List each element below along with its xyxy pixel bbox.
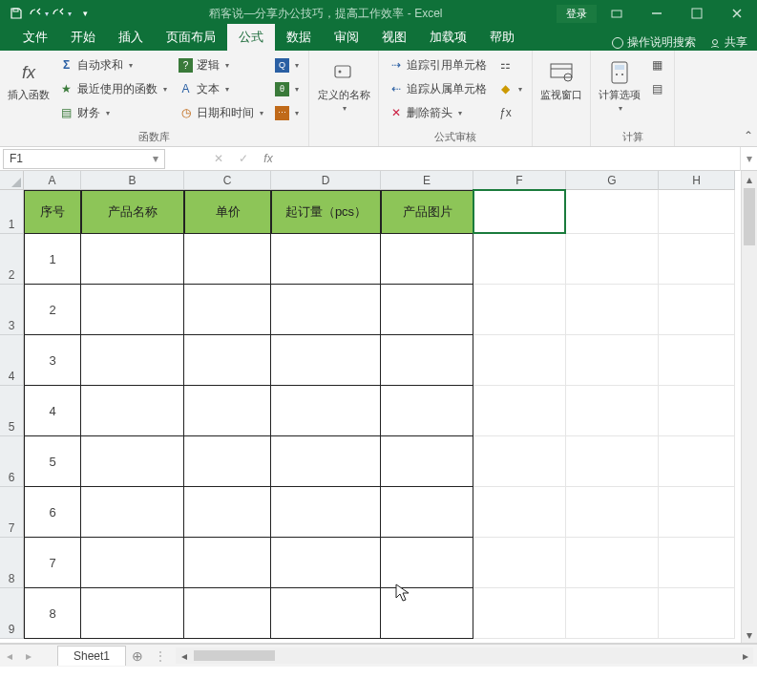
tell-me[interactable]: 操作说明搜索 — [612, 34, 696, 51]
sheet-nav-first-icon[interactable]: ◂ — [0, 645, 19, 668]
horizontal-scrollbar[interactable]: ◂ ▸ — [176, 647, 753, 664]
table-cell[interactable]: 7 — [24, 538, 81, 588]
login-button[interactable]: 登录 — [557, 5, 597, 23]
recent-functions-button[interactable]: ★最近使用的函数▾ — [55, 78, 171, 99]
row-header-8[interactable]: 8 — [0, 538, 24, 588]
row-header-1[interactable]: 1 — [0, 190, 24, 234]
fx-button-icon[interactable]: fx — [256, 149, 281, 169]
insert-function-button[interactable]: fx 插入函数 — [6, 54, 52, 101]
worksheet[interactable]: ABCDEFGH1序号产品名称单价起订量（pcs）产品图片21324354657… — [0, 171, 757, 644]
table-cell[interactable]: 1 — [24, 234, 81, 285]
show-formulas-button[interactable]: ⚏ — [494, 54, 526, 75]
table-cell[interactable] — [381, 538, 473, 588]
cell[interactable] — [566, 190, 659, 234]
remove-arrows-button[interactable]: ✕删除箭头▾ — [385, 102, 491, 123]
table-header-cell[interactable]: 起订量（pcs） — [271, 190, 381, 234]
tab-help[interactable]: 帮助 — [478, 24, 526, 51]
table-cell[interactable] — [271, 285, 381, 335]
share-button[interactable]: 共享 — [709, 34, 747, 51]
vertical-scrollbar[interactable]: ▴ ▾ — [741, 171, 757, 643]
trace-precedents-button[interactable]: ⇢追踪引用单元格 — [385, 54, 491, 75]
col-header-F[interactable]: F — [473, 171, 566, 190]
expand-formula-icon[interactable]: ▾ — [740, 147, 757, 171]
cell[interactable] — [659, 487, 735, 538]
table-cell[interactable] — [271, 588, 381, 639]
cell[interactable] — [659, 234, 735, 285]
table-header-cell[interactable]: 产品图片 — [381, 190, 473, 234]
col-header-E[interactable]: E — [381, 171, 473, 190]
table-cell[interactable]: 6 — [24, 487, 81, 538]
row-header-3[interactable]: 3 — [0, 285, 24, 335]
table-cell[interactable]: 8 — [24, 588, 81, 639]
financial-button[interactable]: ▤财务▾ — [55, 102, 171, 123]
table-cell[interactable] — [271, 335, 381, 386]
tab-layout[interactable]: 页面布局 — [155, 24, 227, 51]
cell[interactable] — [566, 234, 659, 285]
table-cell[interactable] — [381, 386, 473, 436]
cell[interactable] — [566, 285, 659, 335]
table-cell[interactable] — [381, 588, 473, 639]
cell[interactable] — [566, 436, 659, 487]
table-cell[interactable] — [184, 285, 271, 335]
table-header-cell[interactable]: 产品名称 — [81, 190, 184, 234]
row-header-7[interactable]: 7 — [0, 487, 24, 538]
sheet-nav-last-icon[interactable]: ▸ — [19, 645, 38, 668]
text-button[interactable]: A文本▾ — [175, 78, 267, 99]
col-header-H[interactable]: H — [659, 171, 735, 190]
table-cell[interactable] — [184, 588, 271, 639]
autosum-button[interactable]: Σ自动求和▾ — [55, 54, 171, 75]
tab-review[interactable]: 审阅 — [323, 24, 370, 51]
table-cell[interactable] — [81, 487, 184, 538]
datetime-button[interactable]: ◷日期和时间▾ — [175, 102, 267, 123]
row-header-4[interactable]: 4 — [0, 335, 24, 386]
cell[interactable] — [473, 335, 566, 386]
minimize-icon[interactable] — [637, 0, 677, 27]
cell[interactable] — [659, 588, 735, 639]
cancel-formula-icon[interactable]: ✕ — [206, 149, 231, 169]
hscroll-thumb[interactable] — [194, 650, 275, 661]
table-cell[interactable] — [81, 538, 184, 588]
table-cell[interactable] — [184, 335, 271, 386]
cell[interactable] — [659, 285, 735, 335]
tab-view[interactable]: 视图 — [370, 24, 418, 51]
evaluate-button[interactable]: ƒx — [494, 102, 526, 123]
tab-data[interactable]: 数据 — [275, 24, 323, 51]
close-icon[interactable] — [717, 0, 757, 27]
cell[interactable] — [566, 386, 659, 436]
table-cell[interactable] — [381, 436, 473, 487]
add-sheet-icon[interactable]: ⊕ — [126, 645, 149, 668]
tab-addons[interactable]: 加载项 — [418, 24, 478, 51]
row-header-9[interactable]: 9 — [0, 588, 24, 639]
table-cell[interactable]: 2 — [24, 285, 81, 335]
table-cell[interactable] — [271, 386, 381, 436]
formula-input[interactable] — [281, 149, 740, 169]
tab-home[interactable]: 开始 — [59, 24, 107, 51]
table-cell[interactable] — [184, 538, 271, 588]
cell[interactable] — [473, 487, 566, 538]
save-icon[interactable] — [6, 3, 27, 24]
table-cell[interactable] — [184, 487, 271, 538]
math-button[interactable]: θ▾ — [271, 78, 303, 99]
table-cell[interactable] — [81, 234, 184, 285]
table-header-cell[interactable]: 序号 — [24, 190, 81, 234]
sheet-tab[interactable]: Sheet1 — [57, 646, 126, 666]
table-cell[interactable]: 5 — [24, 436, 81, 487]
table-cell[interactable] — [381, 285, 473, 335]
cell[interactable] — [566, 487, 659, 538]
table-cell[interactable] — [184, 234, 271, 285]
table-cell[interactable] — [381, 335, 473, 386]
calc-now-button[interactable]: ▦ — [646, 54, 668, 75]
table-cell[interactable] — [81, 588, 184, 639]
qat-customize-icon[interactable]: ▾ — [74, 3, 95, 24]
cell[interactable] — [473, 190, 566, 234]
col-header-A[interactable]: A — [24, 171, 81, 190]
accept-formula-icon[interactable]: ✓ — [231, 149, 256, 169]
table-cell[interactable] — [381, 234, 473, 285]
cell[interactable] — [659, 190, 735, 234]
select-all-corner[interactable] — [0, 171, 24, 190]
table-cell[interactable] — [81, 285, 184, 335]
cell[interactable] — [659, 538, 735, 588]
col-header-B[interactable]: B — [81, 171, 184, 190]
table-cell[interactable] — [271, 436, 381, 487]
tab-formulas[interactable]: 公式 — [227, 24, 275, 51]
